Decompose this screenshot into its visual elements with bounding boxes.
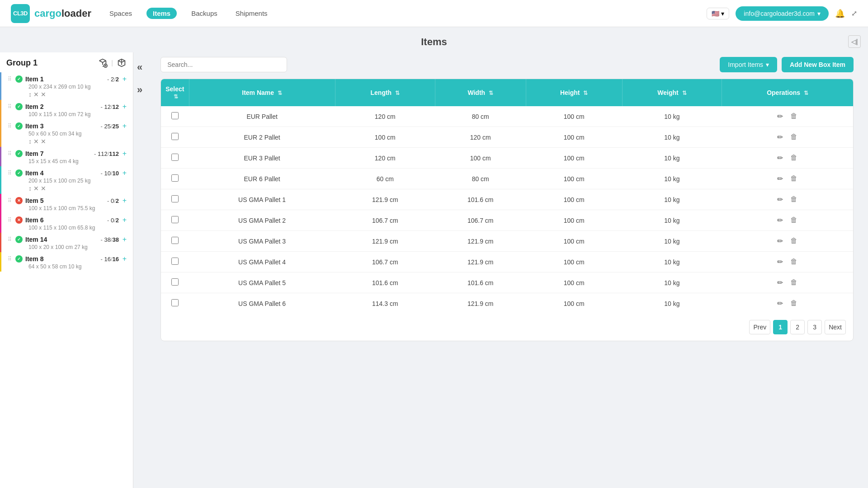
edit-icon[interactable]: ✏ <box>777 133 783 141</box>
delete-icon[interactable]: 🗑 <box>790 278 797 287</box>
row-checkbox[interactable] <box>171 112 179 119</box>
col-width[interactable]: Width ⇅ <box>435 79 526 106</box>
row-checkbox-cell[interactable] <box>161 189 189 210</box>
row-checkbox[interactable] <box>171 133 179 140</box>
item-orient-icon[interactable]: ↕ <box>28 91 32 98</box>
delete-icon[interactable]: 🗑 <box>790 154 797 162</box>
collapse-left-button[interactable]: « <box>137 61 142 73</box>
collapse-sidebar-button[interactable]: ◁| <box>848 35 861 48</box>
nav-spaces[interactable]: Spaces <box>106 8 136 19</box>
item-add-button[interactable]: + <box>123 150 127 157</box>
fullscreen-button[interactable]: ⤢ <box>851 9 857 18</box>
delete-icon[interactable]: 🗑 <box>790 237 797 245</box>
drag-handle-icon[interactable]: ⠿ <box>8 150 12 157</box>
edit-icon[interactable]: ✏ <box>777 299 783 308</box>
row-checkbox[interactable] <box>171 258 179 265</box>
col-height[interactable]: Height ⇅ <box>526 79 622 106</box>
edit-icon[interactable]: ✏ <box>777 258 783 266</box>
page-2-button[interactable]: 2 <box>790 320 805 334</box>
row-checkbox-cell[interactable] <box>161 210 189 231</box>
row-checkbox[interactable] <box>171 299 179 306</box>
page-3-button[interactable]: 3 <box>807 320 822 334</box>
col-weight[interactable]: Weight ⇅ <box>622 79 722 106</box>
sidebar-item-item14[interactable]: ⠿ Item 14 - 38/38 + 100 x 20 x 100 cm 27… <box>0 233 133 252</box>
sidebar-item-item3[interactable]: ⠿ Item 3 - 25/25 + 50 x 60 x 50 cm 34 kg… <box>0 119 133 147</box>
drag-handle-icon[interactable]: ⠿ <box>8 217 12 223</box>
collapse-right-button[interactable]: » <box>137 84 142 96</box>
nav-items[interactable]: Items <box>146 8 177 19</box>
item-settings-icon[interactable]: ✕ <box>41 91 46 98</box>
delete-icon[interactable]: 🗑 <box>790 195 797 204</box>
edit-icon[interactable]: ✏ <box>777 216 783 225</box>
sidebar-item-item6[interactable]: ⠿ Item 6 - 0/2 + 100 x 115 x 100 cm 65.8… <box>0 213 133 233</box>
delete-icon[interactable]: 🗑 <box>790 216 797 225</box>
item-add-button[interactable]: + <box>123 75 127 83</box>
row-checkbox[interactable] <box>171 154 179 161</box>
row-checkbox-cell[interactable] <box>161 293 189 314</box>
row-checkbox[interactable] <box>171 216 179 223</box>
row-checkbox-cell[interactable] <box>161 231 189 252</box>
nav-backups[interactable]: Backups <box>188 8 221 19</box>
edit-icon[interactable]: ✏ <box>777 237 783 245</box>
sidebar-item-item5[interactable]: ⠿ Item 5 - 0/2 + 100 x 115 x 100 cm 75.5… <box>0 194 133 213</box>
edit-icon[interactable]: ✏ <box>777 154 783 162</box>
row-checkbox-cell[interactable] <box>161 106 189 127</box>
item-orient-icon[interactable]: ↕ <box>28 185 32 192</box>
sidebar-item-item2[interactable]: ⠿ Item 2 - 12/12 + 100 x 115 x 100 cm 72… <box>0 100 133 119</box>
sidebar-box-add-button[interactable] <box>98 58 108 68</box>
edit-icon[interactable]: ✏ <box>777 195 783 204</box>
col-length[interactable]: Length ⇅ <box>335 79 435 106</box>
delete-icon[interactable]: 🗑 <box>790 112 797 121</box>
col-operations[interactable]: Operations ⇅ <box>722 79 853 106</box>
delete-icon[interactable]: 🗑 <box>790 174 797 183</box>
item-orient-icon[interactable]: ↕ <box>28 138 32 145</box>
drag-handle-icon[interactable]: ⠿ <box>8 197 12 204</box>
nav-shipments[interactable]: Shipments <box>232 8 271 19</box>
drag-handle-icon[interactable]: ⠿ <box>8 170 12 176</box>
item-exclude-icon[interactable]: ✕ <box>33 91 39 98</box>
item-exclude-icon[interactable]: ✕ <box>33 138 39 145</box>
edit-icon[interactable]: ✏ <box>777 112 783 121</box>
row-checkbox[interactable] <box>171 278 179 286</box>
language-selector[interactable]: 🇺🇸 ▾ <box>707 8 729 19</box>
item-exclude-icon[interactable]: ✕ <box>33 185 39 192</box>
item-add-button[interactable]: + <box>123 169 127 177</box>
edit-icon[interactable]: ✏ <box>777 278 783 287</box>
drag-handle-icon[interactable]: ⠿ <box>8 236 12 243</box>
item-settings-icon[interactable]: ✕ <box>41 185 46 192</box>
row-checkbox-cell[interactable] <box>161 252 189 272</box>
delete-icon[interactable]: 🗑 <box>790 299 797 308</box>
row-checkbox-cell[interactable] <box>161 127 189 148</box>
page-1-button[interactable]: 1 <box>773 320 788 334</box>
sidebar-boxes-button[interactable] <box>117 58 127 68</box>
row-checkbox-cell[interactable] <box>161 169 189 189</box>
item-add-button[interactable]: + <box>123 197 127 204</box>
sidebar-item-item7[interactable]: ⠿ Item 7 - 112/112 + 15 x 15 x 45 cm 4 k… <box>0 147 133 166</box>
sidebar-item-item8[interactable]: ⠿ Item 8 - 16/16 + 64 x 50 x 58 cm 10 kg <box>0 252 133 272</box>
item-add-button[interactable]: + <box>123 255 127 263</box>
sidebar-item-item4[interactable]: ⠿ Item 4 - 10/10 + 200 x 115 x 100 cm 25… <box>0 166 133 194</box>
item-add-button[interactable]: + <box>123 235 127 243</box>
row-checkbox[interactable] <box>171 174 179 182</box>
drag-handle-icon[interactable]: ⠿ <box>8 76 12 82</box>
user-account-button[interactable]: info@cargoloader3d.com ▾ <box>736 6 829 21</box>
sidebar-item-item1[interactable]: ⠿ Item 1 - 2/2 + 200 x 234 x 269 cm 10 k… <box>0 72 133 100</box>
drag-handle-icon[interactable]: ⠿ <box>8 123 12 129</box>
col-item-name[interactable]: Item Name ⇅ <box>189 79 335 106</box>
row-checkbox[interactable] <box>171 195 179 202</box>
item-add-button[interactable]: + <box>123 103 127 110</box>
row-checkbox-cell[interactable] <box>161 148 189 169</box>
item-add-button[interactable]: + <box>123 216 127 224</box>
next-page-button[interactable]: Next <box>825 320 846 334</box>
delete-icon[interactable]: 🗑 <box>790 258 797 266</box>
row-checkbox[interactable] <box>171 237 179 244</box>
item-add-button[interactable]: + <box>123 122 127 130</box>
row-checkbox-cell[interactable] <box>161 272 189 293</box>
notifications-button[interactable]: 🔔 <box>835 9 845 19</box>
edit-icon[interactable]: ✏ <box>777 174 783 183</box>
item-settings-icon[interactable]: ✕ <box>41 138 46 145</box>
delete-icon[interactable]: 🗑 <box>790 133 797 141</box>
prev-page-button[interactable]: Prev <box>749 320 770 334</box>
drag-handle-icon[interactable]: ⠿ <box>8 103 12 110</box>
add-new-box-item-button[interactable]: Add New Box Item <box>782 57 854 72</box>
